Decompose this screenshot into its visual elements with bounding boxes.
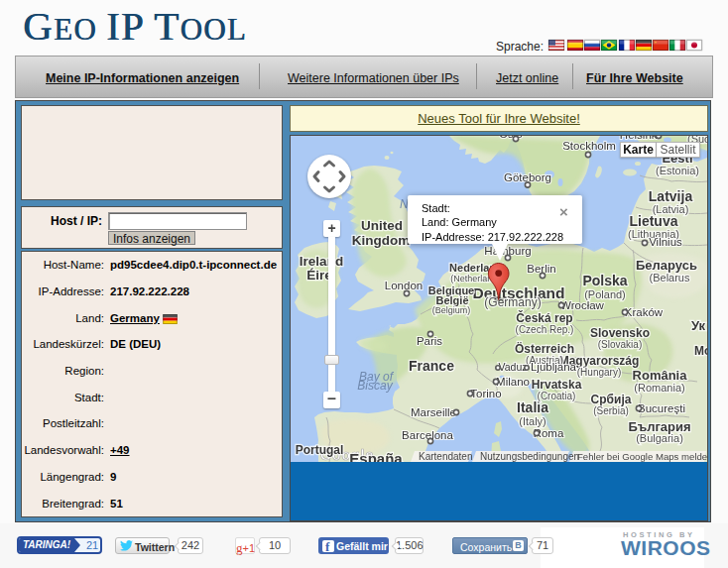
svg-text:Česká rep: Česká rep bbox=[516, 310, 572, 325]
svg-text:Kraków: Kraków bbox=[625, 306, 664, 318]
svg-text:Nutzungsbedingungen: Nutzungsbedingungen bbox=[480, 451, 579, 462]
svg-text:(Germany): (Germany) bbox=[484, 295, 541, 309]
svg-text:Беларусь: Беларусь bbox=[636, 258, 697, 273]
svg-text:Vilnius: Vilnius bbox=[649, 236, 682, 248]
svg-text:(Czech Rep.): (Czech Rep.) bbox=[516, 324, 574, 335]
svg-text:Polska: Polska bbox=[582, 273, 627, 288]
svg-text:Lietuva: Lietuva bbox=[629, 213, 677, 229]
svg-text:(Italy): (Italy) bbox=[519, 415, 546, 427]
svg-text:Portugal: Portugal bbox=[296, 443, 344, 457]
svg-text:Wrocław: Wrocław bbox=[560, 299, 605, 311]
svg-text:España: España bbox=[349, 450, 403, 462]
svg-text:Ireland: Ireland bbox=[300, 254, 343, 269]
svg-text:Milano: Milano bbox=[496, 376, 530, 388]
svg-text:Slovensko: Slovensko bbox=[590, 326, 650, 340]
svg-text:Србија: Србија bbox=[591, 393, 632, 406]
svg-text:(Latvia): (Latvia) bbox=[653, 203, 689, 215]
svg-text:Bucureşti: Bucureşti bbox=[638, 402, 685, 414]
svg-text:(Hungary): (Hungary) bbox=[577, 367, 621, 378]
svg-text:Fehler bei Google Maps melden: Fehler bei Google Maps melden bbox=[577, 451, 707, 462]
svg-text:Marseille: Marseille bbox=[411, 406, 456, 418]
svg-text:London: London bbox=[385, 280, 423, 291]
svg-text:(Slovakia): (Slovakia) bbox=[598, 339, 642, 350]
svg-text:(Serbia): (Serbia) bbox=[593, 405, 629, 416]
svg-text:(Croatia): (Croatia) bbox=[538, 391, 576, 401]
svg-text:Kingdom: Kingdom bbox=[352, 233, 411, 248]
svg-text:Kartendaten: Kartendaten bbox=[419, 451, 473, 462]
svg-text:United: United bbox=[361, 218, 403, 233]
svg-text:(Belarus: (Belarus bbox=[650, 272, 690, 284]
svg-text:France: France bbox=[409, 358, 454, 374]
svg-text:(Estonia): (Estonia) bbox=[656, 165, 699, 176]
svg-text:Helsinki: Helsinki bbox=[620, 136, 660, 141]
svg-text:România: România bbox=[633, 368, 688, 383]
svg-text:(Belgium): (Belgium) bbox=[432, 305, 471, 315]
svg-text:Stockholm: Stockholm bbox=[562, 140, 616, 152]
svg-text:Latvija: Latvija bbox=[649, 188, 693, 204]
svg-text:(Bulgaria): (Bulgaria) bbox=[636, 432, 683, 444]
svg-text:Ljubljana: Ljubljana bbox=[531, 361, 577, 373]
svg-text:(Romania): (Romania) bbox=[634, 382, 684, 394]
svg-text:Italia: Italia bbox=[517, 399, 548, 415]
svg-text:Biscay: Biscay bbox=[357, 379, 393, 393]
svg-text:Moldo: Moldo bbox=[694, 344, 707, 358]
svg-text:Vaduz: Vaduz bbox=[499, 361, 528, 373]
svg-text:Hrvatska: Hrvatska bbox=[532, 378, 582, 392]
svg-text:Torino: Torino bbox=[470, 388, 501, 399]
svg-text:Ук: Ук bbox=[691, 318, 706, 333]
